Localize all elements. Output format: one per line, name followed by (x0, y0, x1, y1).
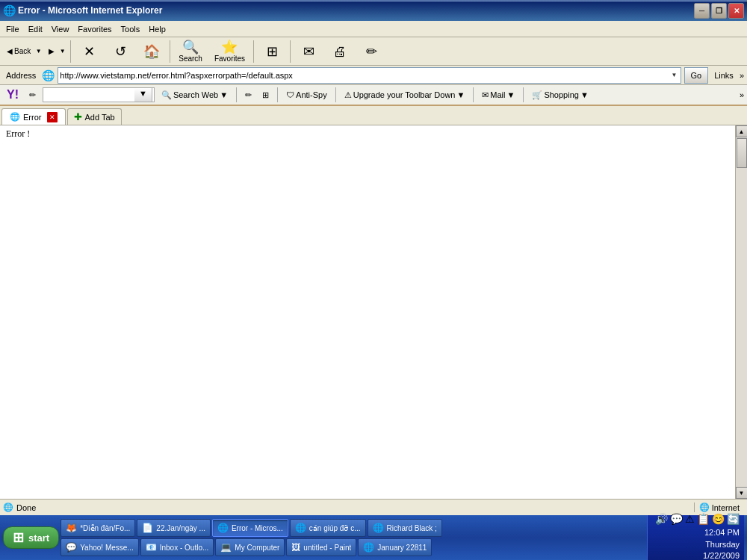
toolbar-separator-4 (290, 40, 291, 63)
yahoo-browser-button[interactable]: ⊞ (258, 88, 273, 102)
upgrade-label: Upgrade your Toolbar Down (353, 90, 456, 99)
forward-dropdown[interactable]: ▼ (58, 39, 67, 64)
forward-button[interactable]: ▶ (45, 39, 58, 64)
taskbar-item-january[interactable]: 🌐 January 22811 (358, 538, 432, 556)
tab-close-button[interactable]: ✕ (47, 112, 58, 122)
menu-view[interactable]: View (47, 23, 74, 35)
vertical-scrollbar[interactable]: ▲ ▼ (735, 125, 747, 499)
media-button[interactable]: ⊞ (257, 39, 287, 64)
yahoo-separator-4 (473, 87, 474, 102)
toolbar-separator-3 (253, 40, 254, 63)
taskbar-item-my-computer[interactable]: 💻 My Computer (215, 538, 285, 556)
status-text: Done (13, 503, 694, 512)
window-title: Error - Microsoft Internet Explorer (18, 5, 694, 16)
taskbar-paint-icon: 🖼 (291, 542, 300, 553)
taskbar: ⊞ start 🦊 *Diễn đàn/Fo... 📄 22.Jan/ngày … (0, 515, 747, 560)
search-button[interactable]: 🔍 Search (173, 39, 208, 64)
tray-icon-4[interactable]: 📋 (697, 513, 710, 525)
taskbar-mail-icon: 📧 (146, 542, 157, 553)
search-icon: 🔍 (182, 40, 199, 54)
yahoo-antispyware-button[interactable]: 🛡 Anti-Spy (282, 88, 331, 102)
taskbar-item-paint1[interactable]: 🖼 untitled - Paint (286, 538, 356, 556)
taskbar-ie4-icon: 🌐 (363, 542, 374, 553)
taskbar-firefox-icon: 🦊 (66, 523, 77, 533)
stop-icon: ✕ (84, 45, 95, 58)
add-tab-button[interactable]: ✚ Add Tab (67, 108, 121, 125)
menu-favorites[interactable]: Favorites (73, 23, 116, 35)
minimize-button[interactable]: ─ (694, 3, 710, 19)
yahoo-mail-icon: ✉ (482, 90, 489, 100)
taskbar-item-yahoo-mess[interactable]: 💬 Yahoo! Messe... (61, 538, 139, 556)
scroll-track[interactable] (736, 137, 748, 487)
browser-icon: 🌐 (3, 4, 15, 16)
edit-button[interactable]: ✏ (356, 39, 386, 64)
status-bar: 🌐 Done 🌐 Internet (0, 499, 747, 515)
back-label: Back (14, 47, 31, 55)
address-dropdown[interactable]: ▼ (670, 72, 679, 78)
taskbar-item-richard[interactable]: 🌐 Richard Black ; (368, 519, 442, 537)
yahoo-upgrade-button[interactable]: ⚠ Upgrade your Toolbar Down ▼ (341, 88, 469, 102)
taskbar-item-can-giup[interactable]: 🌐 cần giúp đỡ c... (290, 519, 366, 537)
yahoo-mail-label: Mail (490, 90, 505, 99)
taskbar-item-inbox[interactable]: 📧 Inbox - Outlo... (140, 538, 214, 556)
tray-icon-6[interactable]: 🔄 (727, 513, 740, 525)
taskbar-item-dien-dan[interactable]: 🦊 *Diễn đàn/Fo... (61, 519, 135, 537)
warning-icon: ⚠ (344, 90, 352, 100)
menu-edit[interactable]: Edit (24, 23, 47, 35)
taskbar-ie2-icon: 🌐 (295, 523, 306, 533)
taskbar-items: 🦊 *Diễn đàn/Fo... 📄 22.Jan/ngày ... 🌐 Er… (61, 517, 645, 559)
taskbar-computer-icon: 💻 (220, 542, 232, 553)
yahoo-separator-5 (523, 87, 524, 102)
scroll-up-arrow[interactable]: ▲ (736, 125, 748, 137)
shopping-icon: 🛒 (532, 90, 542, 100)
content-area: Error ! (0, 125, 747, 499)
taskbar-item-text-5: Inbox - Outlo... (160, 544, 209, 552)
restore-button[interactable]: ❐ (711, 3, 727, 19)
close-button[interactable]: ✕ (728, 3, 744, 19)
address-input[interactable] (60, 71, 669, 80)
yahoo-search-input[interactable] (45, 90, 134, 99)
home-button[interactable]: 🏠 (137, 39, 167, 64)
links-dropdown[interactable]: » (740, 71, 744, 80)
links-button[interactable]: Links (711, 71, 737, 80)
print-button[interactable]: 🖨 (325, 39, 355, 64)
tray-icon-3[interactable]: ⚠ (685, 513, 695, 525)
stop-button[interactable]: ✕ (74, 39, 104, 64)
taskbar-item-text-7: untitled - Paint (303, 544, 351, 552)
yahoo-mail-button[interactable]: ✉ Mail ▼ (478, 88, 518, 102)
scroll-down-arrow[interactable]: ▼ (736, 487, 748, 499)
yahoo-search-web-button[interactable]: 🔍 Search Web ▼ (158, 88, 232, 102)
taskbar-item-january-text: January 22811 (377, 544, 427, 552)
yahoo-shopping-button[interactable]: 🛒 Shopping ▼ (528, 88, 592, 102)
yahoo-edit-button[interactable]: ✏ (241, 88, 255, 102)
tray-icon-1[interactable]: 🔊 (655, 513, 668, 525)
menu-help[interactable]: Help (144, 23, 170, 35)
taskbar-item-error[interactable]: 🌐 Error - Micros... (212, 519, 288, 537)
yahoo-toolbar-more[interactable]: » (740, 90, 744, 99)
yahoo-browser-icon: ⊞ (262, 90, 269, 100)
refresh-button[interactable]: ↺ (105, 39, 135, 64)
mail-button[interactable]: ✉ (294, 39, 323, 64)
tray-icon-5[interactable]: 😊 (712, 513, 725, 525)
clock-time: 12:04 PM (703, 527, 740, 538)
yahoo-logo-button[interactable]: Y! (3, 86, 22, 104)
yahoo-search-dropdown[interactable]: ▼ (134, 87, 152, 102)
menu-file[interactable]: File (1, 23, 24, 35)
back-button[interactable]: ◀ Back (3, 39, 34, 64)
yahoo-toolbar: Y! ✏ ▼ 🔍 Search Web ▼ ✏ ⊞ 🛡 Anti-Spy ⚠ U (0, 85, 747, 106)
back-dropdown[interactable]: ▼ (34, 39, 43, 64)
tray-icon-2[interactable]: 💬 (670, 513, 683, 525)
taskbar-item-22jan[interactable]: 📄 22.Jan/ngày ... (137, 519, 211, 537)
menu-tools[interactable]: Tools (117, 23, 145, 35)
tab-error[interactable]: 🌐 Error ✕ (1, 108, 66, 125)
scroll-thumb[interactable] (737, 138, 747, 168)
start-button[interactable]: ⊞ start (3, 526, 59, 549)
favorites-icon: ⭐ (221, 40, 238, 54)
go-button[interactable]: Go (684, 67, 709, 84)
favorites-button[interactable]: ⭐ Favorites (209, 39, 250, 64)
yahoo-pencil-button[interactable]: ✏ (25, 88, 40, 102)
status-icon: 🌐 (3, 503, 13, 512)
clock[interactable]: 12:04 PM Thursday 1/22/2009 (703, 527, 740, 560)
taskbar-item-text-2: Error - Micros... (232, 524, 283, 532)
browser-window: 🌐 Error - Microsoft Internet Explorer ─ … (0, 0, 747, 560)
